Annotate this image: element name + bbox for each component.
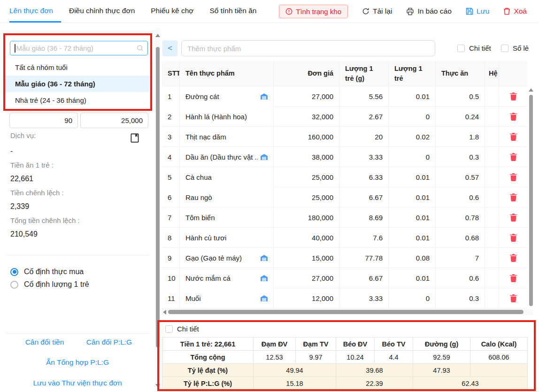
summary-value-cell: 92.59 [413, 351, 470, 364]
delete-button[interactable]: Xoá [503, 7, 527, 15]
summary-value-cell: 4.4 [375, 351, 413, 364]
delete-row-button[interactable] [499, 86, 527, 107]
delete-row-button[interactable] [499, 288, 527, 308]
age-group-option-1[interactable]: Tất cả nhóm tuổi [5, 59, 151, 76]
scroll-up-arrow[interactable] [155, 34, 160, 37]
hide-plg-summary-link[interactable]: Ẩn Tổng hợp P:L:G [9, 358, 146, 367]
food-table-row: 1Đường cát27,0005.560.010.5 [162, 86, 527, 107]
horizontal-scrollbar-thumb[interactable] [168, 310, 524, 314]
delete-row-button[interactable] [499, 208, 527, 228]
age-group-search-input[interactable]: Mẫu giáo (36 - 72 tháng) [10, 41, 148, 55]
in-stock-warehouse-icon [261, 255, 268, 261]
delete-row-button[interactable] [499, 248, 527, 268]
meal-price-input[interactable]: 25,000 [80, 113, 148, 128]
balance-money-link[interactable]: Cân đối tiền [19, 338, 70, 346]
tab-4[interactable]: Sổ tính tiền ăn [201, 0, 264, 23]
food-name: Rau ngò [185, 193, 212, 201]
tab-2[interactable]: Điều chỉnh thực đơn [61, 0, 143, 23]
food-table-row: 11Muối12,0003.3300.3 [162, 288, 527, 308]
table-scroll-up-arrow[interactable] [529, 88, 533, 92]
sidebar-scrollbar-thumb[interactable] [156, 47, 160, 347]
tab-1[interactable]: Lên thực đơn [9, 0, 61, 23]
difference-value: 2,339 [10, 202, 29, 211]
summary-value-cell: 62.43 [413, 377, 528, 390]
row-index: 1 [162, 86, 180, 107]
add-food-input[interactable] [181, 40, 435, 56]
food-col-header-3: Đơn giá [274, 61, 339, 86]
delete-row-button[interactable] [499, 167, 527, 187]
delete-row-button[interactable] [499, 268, 527, 288]
table-vertical-scrollbar[interactable] [528, 86, 534, 308]
table-scrollbar-thumb[interactable] [529, 95, 533, 306]
summary-first-header: Tiền 1 trẻ: 22,661 [162, 338, 254, 351]
row-index: 4 [162, 147, 180, 167]
odd-number-checkbox[interactable] [501, 45, 508, 52]
children-count-input[interactable]: 90 [9, 113, 78, 128]
sidebar-scrollbar[interactable] [155, 28, 161, 392]
odd-checkbox-label: Số lẻ [513, 44, 529, 52]
food-name-cell: Đường cát [180, 86, 274, 107]
menu-library-icon[interactable] [130, 132, 140, 144]
collapse-panel-button[interactable]: < [162, 40, 177, 56]
summary-value-cell: 49.94 [254, 364, 336, 377]
food-name: Thịt nạc dăm [185, 133, 226, 141]
fix-option-2[interactable]: Cố định lượng 1 trẻ [10, 280, 89, 289]
row-trash-icon [510, 193, 517, 201]
amount-per-child-cell: 0 [389, 288, 436, 308]
detail-checkbox[interactable] [457, 45, 465, 52]
amount-per-child-cell: 0.01 [389, 86, 436, 107]
balance-plg-link[interactable]: Cân đối P:L:G [80, 338, 139, 346]
summary-col-header-3: Béo ĐV [336, 338, 375, 351]
food-name-cell: Cà chua [180, 167, 274, 187]
age-group-option-2[interactable]: Mẫu giáo (36 - 72 tháng) [5, 76, 151, 92]
tab-3[interactable]: Phiếu kê chợ [143, 0, 201, 23]
delete-row-button[interactable] [499, 187, 527, 208]
age-group-option-3[interactable]: Nhà trẻ (24 - 36 tháng) [5, 92, 151, 108]
food-col-header-7: Hệ [485, 61, 499, 86]
inventory-status-button[interactable]: Tình trạng kho [279, 5, 348, 18]
warning-circle-icon [285, 8, 293, 15]
age-group-placeholder: Mẫu giáo (36 - 72 tháng) [16, 44, 137, 52]
delete-row-button[interactable] [499, 107, 527, 127]
delete-row-button[interactable] [499, 147, 527, 167]
unit-price-cell: 40,000 [274, 228, 339, 248]
save-button[interactable]: Lưu [466, 7, 490, 15]
food-amount-cell: 0.78 [436, 208, 485, 228]
in-stock-warehouse-icon [261, 154, 268, 160]
radio-button[interactable] [10, 268, 18, 276]
odd-checkbox-row[interactable]: Số lẻ [501, 44, 529, 52]
difference-label: Tiền chênh lệch : [10, 189, 64, 197]
amount-per-child-cell: 0 [389, 147, 436, 167]
in-stock-warehouse-icon [261, 93, 268, 100]
scroll-down-arrow[interactable] [155, 384, 160, 387]
scroll-left-arrow[interactable] [163, 310, 166, 315]
delete-row-button[interactable] [499, 228, 527, 248]
radio-button[interactable] [10, 281, 18, 289]
food-name-cell: Thịt nạc dăm [180, 127, 274, 147]
reload-button[interactable]: Tải lại [362, 7, 392, 15]
print-report-button[interactable]: In báo cáo [406, 7, 451, 15]
food-name-cell: Hành lá (Hành hoa) [180, 107, 274, 127]
row-index: 7 [162, 208, 180, 228]
delete-row-button[interactable] [499, 127, 527, 147]
summary-detail-checkbox-row[interactable]: Chi tiết [165, 325, 199, 333]
trash-icon [503, 8, 510, 15]
food-amount-cell: 0.6 [436, 187, 485, 208]
food-table-row: 8Hành củ tươi40,0007.60.010.68 [162, 228, 527, 248]
row-trash-icon [510, 274, 517, 282]
summary-value-cell: 22.39 [336, 377, 413, 390]
summary-value-cell: 39.68 [336, 364, 413, 377]
row-trash-icon [510, 153, 517, 161]
row-index: 5 [162, 167, 180, 187]
detail-checkbox-row[interactable]: Chi tiết [457, 44, 491, 52]
fix-option-1[interactable]: Cố định thực mua [10, 268, 84, 276]
save-to-menu-library-link[interactable]: Lưu vào Thư viện thực đơn [9, 379, 146, 387]
table-horizontal-scrollbar[interactable] [162, 309, 533, 315]
food-amount-cell: 0.3 [436, 147, 485, 167]
summary-detail-checkbox[interactable] [165, 325, 173, 333]
food-name: Cà chua [185, 173, 212, 181]
summary-row-label: Tỷ lệ đạt (%) [162, 364, 254, 377]
summary-table-body: Tổng cộng12.539.9710.244.492.59608.06Tỷ … [162, 351, 528, 390]
row-trash-icon [510, 173, 517, 181]
summary-row-label: Tỷ lệ P:L:G (%) [162, 377, 254, 390]
